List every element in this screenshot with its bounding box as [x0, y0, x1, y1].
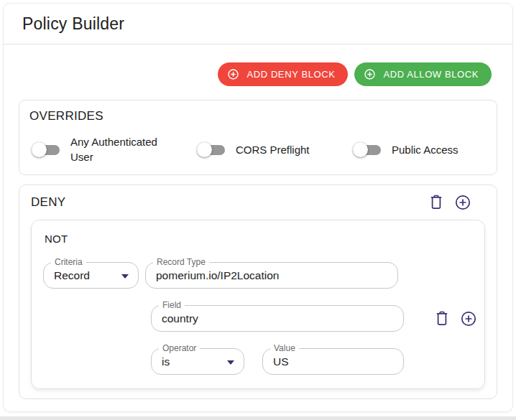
add-allow-block-label: ADD ALLOW BLOCK [383, 69, 479, 80]
page-title: Policy Builder [22, 14, 124, 34]
circled-plus-icon [227, 68, 239, 80]
operator-select[interactable]: Operator is [151, 348, 244, 375]
criteria-select-label: Criteria [51, 257, 86, 268]
block-button-row: ADD DENY BLOCK ADD ALLOW BLOCK [19, 62, 492, 86]
any-authenticated-user-switch[interactable] [32, 142, 60, 157]
delete-deny-block-button[interactable] [428, 194, 445, 211]
switch-thumb [353, 142, 368, 157]
operator-select-value: is [152, 355, 170, 368]
circled-plus-icon [454, 194, 471, 211]
toggle-cors-preflight: CORS Preflight [198, 134, 354, 164]
add-allow-block-button[interactable]: ADD ALLOW BLOCK [354, 62, 492, 86]
field-fieldbox: Field [151, 305, 404, 332]
deny-block-actions [428, 194, 471, 211]
deny-block-header: DENY [19, 194, 497, 211]
switch-thumb [197, 142, 212, 157]
criteria-select[interactable]: Criteria Record [43, 262, 139, 289]
value-label: Value [270, 343, 299, 354]
value-input[interactable] [263, 355, 403, 368]
record-type-fieldbox: Record Type [145, 262, 398, 289]
condition-group: NOT Criteria Record Record Type [31, 220, 485, 389]
toggle-public-access: Public Access [354, 134, 459, 164]
circled-plus-icon [460, 310, 477, 327]
toggle-label: CORS Preflight [236, 142, 310, 157]
operator-row: Operator is Value [43, 348, 473, 375]
toggle-label: Public Access [392, 142, 459, 157]
operator-select-label: Operator [159, 343, 200, 354]
field-label: Field [159, 300, 185, 311]
toggle-any-authenticated-user: Any Authenticated User [32, 134, 198, 164]
overrides-title: OVERRIDES [29, 109, 487, 123]
caret-down-icon [121, 274, 129, 279]
record-type-input[interactable] [146, 269, 397, 282]
switch-thumb [32, 142, 47, 157]
condition-actions [433, 310, 477, 327]
condition-group-label: NOT [45, 233, 473, 245]
value-fieldbox: Value [262, 348, 404, 375]
add-condition-group-button[interactable] [454, 194, 471, 211]
panel-header: Policy Builder [4, 4, 512, 45]
record-type-label: Record Type [153, 257, 209, 268]
criteria-select-value: Record [44, 269, 90, 282]
add-deny-block-label: ADD DENY BLOCK [247, 69, 335, 80]
public-access-switch[interactable] [354, 142, 381, 157]
panel-content: ADD DENY BLOCK ADD ALLOW BLOCK OVERRIDES [4, 45, 512, 399]
toggle-label: Any Authenticated User [70, 134, 177, 164]
trash-icon [433, 310, 451, 327]
circled-plus-icon [364, 68, 376, 80]
field-row: Field [43, 305, 473, 332]
cors-preflight-switch[interactable] [198, 142, 225, 157]
trash-icon [428, 194, 445, 211]
delete-condition-button[interactable] [433, 310, 451, 327]
overrides-section: OVERRIDES Any Authenticated User CORS Pr… [19, 100, 497, 175]
overrides-toggle-row: Any Authenticated User CORS Preflight Pu… [29, 134, 487, 164]
page-bottom-edge [0, 416, 516, 420]
deny-block: DENY [19, 185, 497, 399]
add-condition-button[interactable] [460, 310, 477, 327]
caret-down-icon [227, 360, 234, 365]
criteria-row: Criteria Record Record Type [43, 262, 473, 289]
deny-block-title: DENY [31, 195, 65, 210]
add-deny-block-button[interactable]: ADD DENY BLOCK [218, 62, 348, 86]
policy-builder-panel: Policy Builder ADD DENY BLOCK ADD ALLOW … [3, 3, 513, 412]
field-input[interactable] [152, 312, 403, 325]
